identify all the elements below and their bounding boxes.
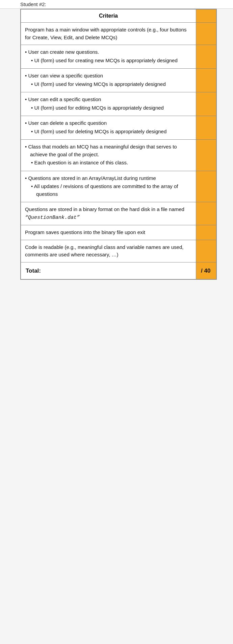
student-header: Student #2: bbox=[0, 0, 233, 9]
list-item: UI (form) used for editing MCQs is appro… bbox=[25, 104, 192, 112]
table-row: User can view a specific questionUI (for… bbox=[21, 69, 216, 92]
criteria-list: User can delete a specific questionUI (f… bbox=[25, 119, 192, 135]
criteria-cell: User can view a specific questionUI (for… bbox=[21, 69, 196, 92]
criteria-header: Criteria bbox=[21, 9, 196, 23]
score-cell bbox=[196, 23, 216, 45]
monospace-filename: “QuestionBank.dat” bbox=[25, 215, 80, 221]
list-item: UI (form) used for deleting MCQs is appr… bbox=[25, 128, 192, 136]
score-cell bbox=[196, 240, 216, 262]
criteria-cell: Code is readable (e.g., meaningful class… bbox=[21, 240, 196, 262]
table-row: Code is readable (e.g., meaningful class… bbox=[21, 240, 216, 262]
total-score: / 40 bbox=[196, 262, 216, 279]
score-cell bbox=[196, 225, 216, 240]
list-item: All updates / revisions of questions are… bbox=[25, 183, 192, 198]
criteria-cell: User can edit a specific questionUI (for… bbox=[21, 92, 196, 116]
criteria-cell: User can create new questions.UI (form) … bbox=[21, 45, 196, 69]
rubric-table: Criteria Program has a main window with … bbox=[21, 9, 216, 279]
criteria-cell: Questions are stored in a binary format … bbox=[21, 202, 196, 225]
table-row: Class that models an MCQ has a meaningfu… bbox=[21, 140, 216, 171]
table-row: Questions are stored in a binary format … bbox=[21, 202, 216, 225]
score-cell bbox=[196, 92, 216, 116]
criteria-list: Class that models an MCQ has a meaningfu… bbox=[25, 143, 192, 167]
table-row: Questions are stored in an Array/ArrayLi… bbox=[21, 171, 216, 202]
list-item: User can delete a specific question bbox=[25, 119, 192, 127]
list-item: User can edit a specific question bbox=[25, 96, 192, 104]
list-item: UI (form) used for creating new MCQs is … bbox=[25, 57, 192, 65]
criteria-list: User can create new questions.UI (form) … bbox=[25, 48, 192, 64]
criteria-cell: Questions are stored in an Array/ArrayLi… bbox=[21, 171, 196, 202]
score-cell bbox=[196, 116, 216, 140]
table-row: User can delete a specific questionUI (f… bbox=[21, 116, 216, 140]
criteria-list: User can edit a specific questionUI (for… bbox=[25, 96, 192, 112]
criteria-list: Questions are stored in an Array/ArrayLi… bbox=[25, 175, 192, 198]
score-cell bbox=[196, 69, 216, 92]
score-cell bbox=[196, 171, 216, 202]
table-row: Program saves questions into the binary … bbox=[21, 225, 216, 240]
rubric-table-wrapper: Criteria Program has a main window with … bbox=[20, 9, 217, 280]
total-label: Total: bbox=[21, 262, 196, 279]
table-row: Program has a main window with appropria… bbox=[21, 23, 216, 45]
criteria-cell: Program saves questions into the binary … bbox=[21, 225, 196, 240]
table-row: User can create new questions.UI (form) … bbox=[21, 45, 216, 69]
list-item: Class that models an MCQ has a meaningfu… bbox=[25, 143, 192, 158]
total-row: Total: / 40 bbox=[21, 262, 216, 279]
criteria-cell: Class that models an MCQ has a meaningfu… bbox=[21, 140, 196, 171]
score-cell bbox=[196, 202, 216, 225]
list-item: UI (form) used for viewing MCQs is appro… bbox=[25, 80, 192, 88]
score-cell bbox=[196, 140, 216, 171]
page-container: Student #2: Criteria Program has a main … bbox=[0, 0, 233, 644]
score-cell bbox=[196, 45, 216, 69]
list-item: User can view a specific question bbox=[25, 72, 192, 80]
list-item: User can create new questions. bbox=[25, 48, 192, 56]
criteria-cell: User can delete a specific questionUI (f… bbox=[21, 116, 196, 140]
criteria-list: User can view a specific questionUI (for… bbox=[25, 72, 192, 88]
list-item: Questions are stored in an Array/ArrayLi… bbox=[25, 175, 192, 182]
criteria-cell: Program has a main window with appropria… bbox=[21, 23, 196, 45]
score-header bbox=[196, 9, 216, 23]
student-label: Student #2: bbox=[20, 1, 46, 7]
table-row: User can edit a specific questionUI (for… bbox=[21, 92, 216, 116]
list-item: Each question is an instance of this cla… bbox=[25, 159, 192, 167]
